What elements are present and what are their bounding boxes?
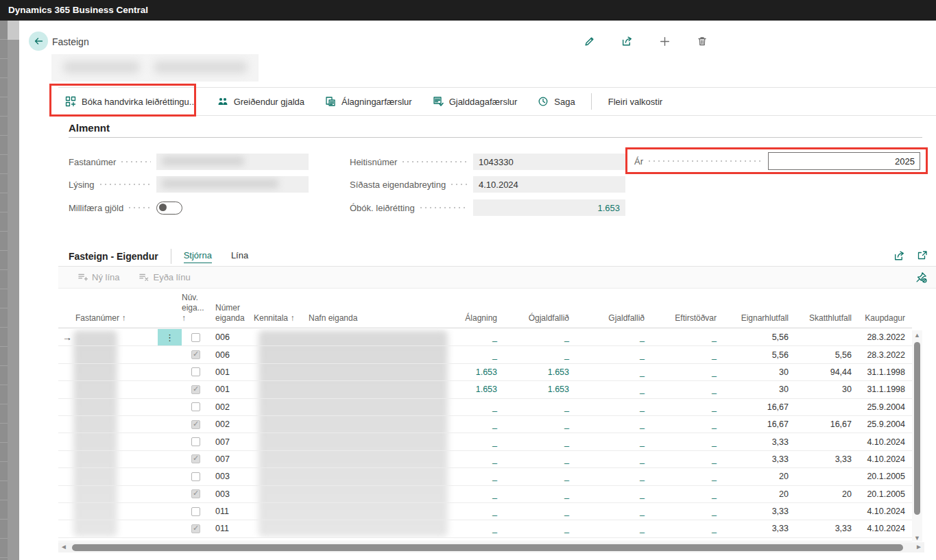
- cell-gjaldfallid[interactable]: _: [576, 329, 651, 345]
- action-bar-item[interactable]: Bóka handvirka leiðréttingu...: [58, 88, 207, 115]
- column-header-ogjaldfallid[interactable]: Ógjaldfallið: [504, 313, 576, 328]
- current-owner-checkbox[interactable]: [191, 350, 200, 359]
- current-owner-checkbox[interactable]: [191, 420, 200, 429]
- cell-eignarhlutfall[interactable]: 3,33: [723, 451, 795, 467]
- cell-numer-eiganda[interactable]: 002: [213, 399, 254, 415]
- cell-kaupdagur[interactable]: 4.10.2024: [859, 451, 912, 467]
- cell-nuv-eigandi[interactable]: [182, 416, 213, 433]
- cell-gjaldfallid[interactable]: _: [576, 520, 651, 537]
- cell-kaupdagur[interactable]: 25.9.2004: [859, 399, 912, 415]
- table-row[interactable]: 006 _ _ _ _ 5,56 5,56 28.3.2022: [58, 346, 912, 363]
- cell-eignarhlutfall[interactable]: 5,56: [723, 329, 795, 345]
- column-header-kaupdagur[interactable]: Kaupdagur: [859, 313, 912, 328]
- cell-kennitala[interactable]: [254, 520, 309, 537]
- column-header-eftirstodvar[interactable]: Eftirstöðvar: [651, 313, 723, 328]
- table-row[interactable]: → ⋮ 006 _ _ _ _ 5,56 28.3.2022: [58, 329, 912, 346]
- cell-numer-eiganda[interactable]: 011: [213, 520, 254, 537]
- cell-nuv-eigandi[interactable]: [182, 346, 213, 363]
- cell-fastanumer[interactable]: [58, 503, 158, 520]
- cell-kennitala[interactable]: [254, 329, 309, 345]
- column-header-skatthlutfall[interactable]: Skatthlutfall: [795, 313, 859, 328]
- cell-nafn-eiganda[interactable]: [309, 451, 432, 467]
- cell-numer-eiganda[interactable]: 006: [213, 329, 254, 345]
- column-header-gjaldfallid[interactable]: Gjaldfallið: [576, 313, 651, 328]
- cell-alagning[interactable]: _: [432, 433, 504, 450]
- card-popout-button[interactable]: [917, 250, 929, 263]
- column-header-nuv-eigandi[interactable]: Núv. eiga... ↑: [182, 293, 213, 328]
- cell-eignarhlutfall[interactable]: 16,67: [723, 399, 795, 415]
- row-menu-button[interactable]: [158, 381, 182, 398]
- cell-skatthlutfall[interactable]: [795, 433, 859, 450]
- cell-gjaldfallid[interactable]: _: [576, 451, 651, 467]
- row-menu-button[interactable]: [158, 451, 182, 467]
- cell-ogjaldfallid[interactable]: _: [504, 503, 576, 520]
- lysing-value-blurred[interactable]: [156, 176, 309, 193]
- table-row[interactable]: 001 1.653 1.653 _ _ 30 94,44 31.1.1998: [58, 364, 912, 381]
- cell-eftirstodvar[interactable]: _: [651, 329, 723, 345]
- cell-ogjaldfallid[interactable]: _: [504, 346, 576, 363]
- cell-kaupdagur[interactable]: 4.10.2024: [859, 520, 912, 537]
- row-menu-button[interactable]: [158, 468, 182, 485]
- horizontal-scroll-thumb[interactable]: [72, 544, 903, 551]
- column-header-alagning[interactable]: Álagning: [432, 313, 504, 328]
- cell-eftirstodvar[interactable]: _: [651, 346, 723, 363]
- cell-eignarhlutfall[interactable]: 3,33: [723, 520, 795, 537]
- cell-alagning[interactable]: _: [432, 468, 504, 485]
- table-vertical-scrollbar[interactable]: ▲ ▼: [912, 330, 922, 541]
- cell-nafn-eiganda[interactable]: [309, 503, 432, 520]
- cell-eignarhlutfall[interactable]: 20: [723, 468, 795, 485]
- column-header-eignarhlutfall[interactable]: Eignarhlutfall: [723, 313, 795, 328]
- cell-fastanumer[interactable]: [58, 520, 158, 537]
- action-bar-item[interactable]: Gjalddagafærslur: [422, 88, 528, 115]
- cell-numer-eiganda[interactable]: 003: [213, 468, 254, 485]
- cell-gjaldfallid[interactable]: _: [576, 486, 651, 502]
- row-menu-button[interactable]: [158, 503, 182, 520]
- cell-skatthlutfall[interactable]: 3,33: [795, 451, 859, 467]
- current-owner-checkbox[interactable]: [191, 402, 200, 411]
- cell-eftirstodvar[interactable]: _: [651, 503, 723, 520]
- cell-eftirstodvar[interactable]: _: [651, 486, 723, 502]
- current-owner-checkbox[interactable]: [191, 333, 200, 342]
- cell-skatthlutfall[interactable]: [795, 468, 859, 485]
- cell-fastanumer[interactable]: [58, 346, 158, 363]
- leidretting-value[interactable]: 1.653: [473, 199, 625, 216]
- column-header-numer-eiganda[interactable]: Númer eiganda: [213, 303, 254, 328]
- current-owner-checkbox[interactable]: [191, 489, 200, 498]
- fastanumer-value-blurred[interactable]: [156, 154, 309, 170]
- share-button[interactable]: [619, 34, 634, 49]
- cell-alagning[interactable]: _: [432, 486, 504, 502]
- action-bar-item[interactable]: Greiðendur gjalda: [207, 88, 315, 115]
- cell-kaupdagur[interactable]: 28.3.2022: [859, 346, 912, 363]
- cell-skatthlutfall[interactable]: 94,44: [795, 364, 859, 380]
- card-tab[interactable]: Stjórna: [184, 250, 212, 263]
- cell-kaupdagur[interactable]: 31.1.1998: [859, 381, 912, 398]
- cell-gjaldfallid[interactable]: _: [576, 416, 651, 433]
- cell-nuv-eigandi[interactable]: [182, 486, 213, 502]
- row-menu-button[interactable]: [158, 399, 182, 415]
- cell-eftirstodvar[interactable]: _: [651, 468, 723, 485]
- current-owner-checkbox[interactable]: [191, 507, 200, 516]
- cell-fastanumer[interactable]: [58, 468, 158, 485]
- cell-nafn-eiganda[interactable]: [309, 520, 432, 537]
- row-menu-button[interactable]: [158, 346, 182, 363]
- cell-kennitala[interactable]: [254, 364, 309, 380]
- row-menu-button[interactable]: ⋮: [158, 329, 182, 345]
- action-bar-item[interactable]: Saga: [527, 88, 585, 115]
- cell-skatthlutfall[interactable]: 30: [795, 381, 859, 398]
- more-options-button[interactable]: Fleiri valkostir: [597, 97, 673, 107]
- card-action-button[interactable]: Eyða línu: [139, 272, 190, 282]
- cell-fastanumer[interactable]: [58, 486, 158, 502]
- column-header-fastanumer[interactable]: Fastanúmer ↑: [58, 313, 158, 328]
- cell-alagning[interactable]: _: [432, 346, 504, 363]
- cell-ogjaldfallid[interactable]: 1.653: [504, 364, 576, 380]
- cell-gjaldfallid[interactable]: _: [576, 364, 651, 380]
- eigendabreyting-value[interactable]: 4.10.2024: [473, 176, 625, 193]
- card-tab[interactable]: Lína: [231, 250, 248, 263]
- edit-button[interactable]: [581, 34, 597, 49]
- cell-kennitala[interactable]: [254, 346, 309, 363]
- table-row[interactable]: 002 _ _ _ _ 16,67 16,67 25.9.2004: [58, 416, 912, 433]
- cell-kennitala[interactable]: [254, 468, 309, 485]
- scroll-right-arrow[interactable]: ►: [915, 543, 922, 550]
- scroll-down-arrow[interactable]: ▼: [912, 535, 922, 541]
- cell-nafn-eiganda[interactable]: [309, 486, 432, 502]
